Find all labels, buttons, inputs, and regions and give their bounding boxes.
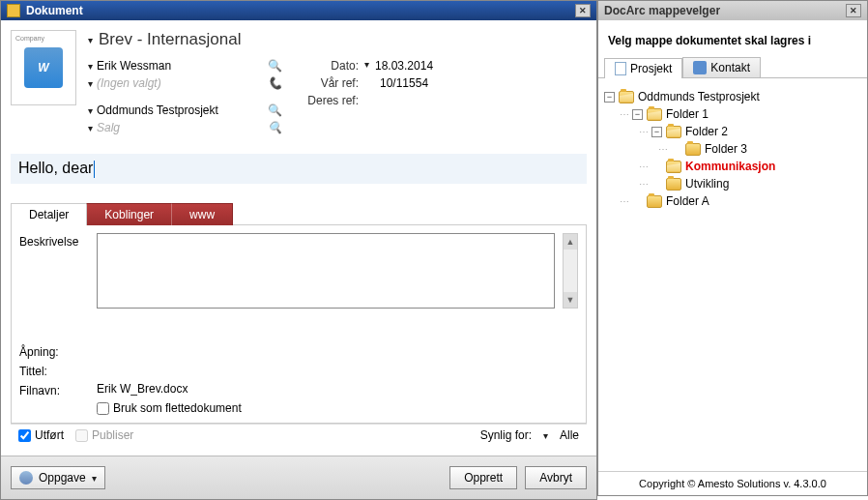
- folder-icon: [666, 126, 681, 138]
- expander-icon[interactable]: −: [604, 92, 615, 103]
- phone-icon[interactable]: 📞: [268, 76, 281, 90]
- tree-line: ⋯: [639, 179, 648, 190]
- folder-icon: [666, 178, 681, 191]
- tree-kommunikasjon[interactable]: Kommunikasjon: [685, 160, 775, 173]
- doc-thumbnail-company: Company: [15, 35, 44, 42]
- tab-details[interactable]: Detaljer: [11, 203, 87, 225]
- footer-row: Utført Publiser Synlig for: ▾ Alle: [11, 424, 587, 446]
- tree-utvikling[interactable]: Utvikling: [685, 177, 729, 191]
- contact-placeholder[interactable]: (Ingen valgt): [97, 76, 161, 90]
- publish-checkbox-label[interactable]: Publiser: [75, 428, 133, 442]
- tree-line: ⋯: [639, 162, 648, 172]
- contact-tab-icon: [693, 61, 707, 74]
- scroll-down-icon[interactable]: ▼: [564, 292, 577, 308]
- description-label: Beskrivelse: [19, 233, 89, 249]
- search-icon-3[interactable]: 🔍: [268, 121, 281, 134]
- scrollbar[interactable]: ▲ ▼: [563, 233, 578, 309]
- tree-folder1[interactable]: Folder 1: [666, 107, 709, 121]
- document-content: Company W ▾ Brev - Internasjonal ▾ Erik …: [1, 20, 596, 456]
- merge-checkbox-label[interactable]: Bruk som flettedokument: [97, 401, 242, 415]
- folder-icon: [685, 143, 701, 156]
- visiblefor-dropdown-icon[interactable]: ▾: [543, 430, 548, 441]
- copyright: Copyright © Amesto Solutions v. 4.3.0.0: [598, 471, 867, 495]
- project-dropdown-icon[interactable]: ▾: [88, 105, 93, 116]
- filename-value: Erik W_Brev.docx: [97, 382, 188, 396]
- date-dropdown-icon[interactable]: ▾: [364, 59, 369, 73]
- theirref-label: Deres ref:: [301, 94, 359, 107]
- search-icon-2[interactable]: 🔍: [268, 103, 281, 117]
- folder-window-title: DocArc mappevelger: [604, 4, 720, 17]
- doctype-dropdown-icon[interactable]: ▾: [88, 35, 93, 45]
- app-icon: [7, 4, 20, 17]
- doctype-label[interactable]: Brev - Internasjonal: [99, 30, 241, 49]
- visiblefor-value[interactable]: Alle: [560, 428, 579, 442]
- opening-label: Åpning:: [19, 343, 89, 359]
- doc-thumbnail[interactable]: Company W: [11, 30, 76, 105]
- folder-picker-window: DocArc mappevelger ✕ Velg mappe dokument…: [597, 0, 868, 496]
- description-textarea[interactable]: [97, 233, 555, 309]
- sales-dropdown-icon[interactable]: ▾: [88, 123, 93, 133]
- merge-checkbox[interactable]: [97, 402, 109, 415]
- folder-icon: [647, 195, 662, 208]
- person-dropdown-icon[interactable]: ▾: [88, 61, 93, 72]
- doc-header: Company W ▾ Brev - Internasjonal ▾ Erik …: [11, 30, 587, 136]
- tree-folder2[interactable]: Folder 2: [685, 125, 728, 138]
- word-icon: W: [24, 47, 63, 88]
- create-button[interactable]: Opprett: [449, 466, 517, 489]
- folder-icon: [619, 91, 634, 103]
- tree-line: ⋯: [658, 144, 667, 155]
- document-window: Dokument ✕ Company W ▾ Brev - Internasjo…: [0, 0, 597, 500]
- button-bar: Oppgave ▾ Opprett Avbryt: [1, 456, 596, 499]
- date-label: Dato:: [301, 59, 359, 73]
- ourref-label: Vår ref:: [301, 76, 359, 90]
- filename-label: Filnavn:: [19, 382, 89, 397]
- visiblefor-label: Synlig for:: [480, 428, 532, 442]
- folder-titlebar: DocArc mappevelger ✕: [598, 1, 867, 20]
- cancel-button[interactable]: Avbryt: [525, 466, 587, 489]
- expander-icon[interactable]: −: [651, 127, 662, 137]
- expander-icon[interactable]: −: [632, 109, 643, 120]
- title-label: Tittel:: [19, 363, 89, 378]
- task-button[interactable]: Oppgave ▾: [11, 466, 105, 489]
- project-tab-icon: [615, 62, 626, 75]
- tab-www[interactable]: www: [171, 203, 233, 225]
- publish-checkbox: [75, 429, 88, 442]
- folder-tree: − Oddmunds Testprosjekt ⋯ − Folder 1 ⋯ −…: [598, 78, 867, 471]
- close-icon-2[interactable]: ✕: [846, 4, 861, 17]
- subject-input[interactable]: Hello, dear: [11, 154, 587, 184]
- tree-folder3[interactable]: Folder 3: [705, 142, 747, 156]
- folder-icon: [666, 161, 681, 173]
- close-icon[interactable]: ✕: [575, 4, 591, 17]
- project-name[interactable]: Oddmunds Testprosjekt: [97, 103, 218, 117]
- done-checkbox-label[interactable]: Utført: [18, 428, 64, 442]
- contact-dropdown-icon[interactable]: ▾: [88, 78, 93, 89]
- details-panel: Beskrivelse ▲ ▼ Åpning: Tittel: Filnavn:…: [11, 224, 587, 424]
- detail-tabs: Detaljer Koblinger www: [11, 203, 587, 225]
- tree-line: ⋯: [639, 127, 648, 137]
- search-icon[interactable]: 🔍: [268, 59, 281, 73]
- task-icon: [19, 471, 33, 485]
- tree-line: ⋯: [620, 109, 628, 120]
- tree-root[interactable]: Oddmunds Testprosjekt: [638, 90, 760, 103]
- tab-project[interactable]: Prosjekt: [604, 58, 682, 78]
- window-title: Dokument: [26, 4, 83, 17]
- tree-folderA[interactable]: Folder A: [666, 194, 709, 208]
- doc-meta: ▾ Brev - Internasjonal ▾ Erik Wessman 🔍: [88, 30, 587, 136]
- scroll-up-icon[interactable]: ▲: [564, 234, 577, 250]
- folder-icon: [647, 108, 662, 121]
- tree-line: ⋯: [620, 196, 628, 207]
- chevron-down-icon: ▾: [92, 473, 97, 484]
- tab-contact[interactable]: Kontakt: [682, 57, 761, 77]
- done-checkbox[interactable]: [18, 429, 31, 442]
- sales-placeholder[interactable]: Salg: [97, 121, 120, 134]
- tab-links[interactable]: Koblinger: [86, 203, 172, 225]
- titlebar: Dokument ✕: [1, 1, 596, 20]
- text-cursor: [94, 161, 95, 178]
- folder-heading: Velg mappe dokumentet skal lagres i: [598, 20, 867, 57]
- date-value[interactable]: 18.03.2014: [375, 59, 433, 73]
- folder-tabs: Prosjekt Kontakt: [598, 57, 867, 78]
- ourref-value[interactable]: 10/11554: [380, 76, 428, 90]
- person-name[interactable]: Erik Wessman: [97, 59, 171, 73]
